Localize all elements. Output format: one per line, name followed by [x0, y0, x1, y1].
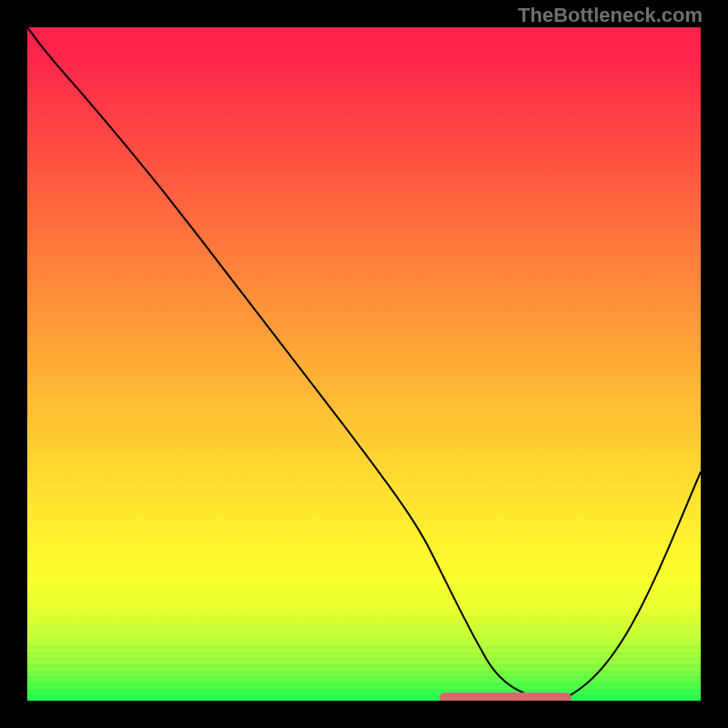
optimal-highlight-right-dot	[561, 693, 571, 701]
bottleneck-curve	[27, 27, 701, 701]
plot-area	[27, 27, 701, 701]
optimal-highlight-bar	[445, 693, 566, 701]
optimal-highlight-left-dot	[440, 693, 450, 701]
watermark-text: TheBottleneck.com	[518, 4, 703, 27]
